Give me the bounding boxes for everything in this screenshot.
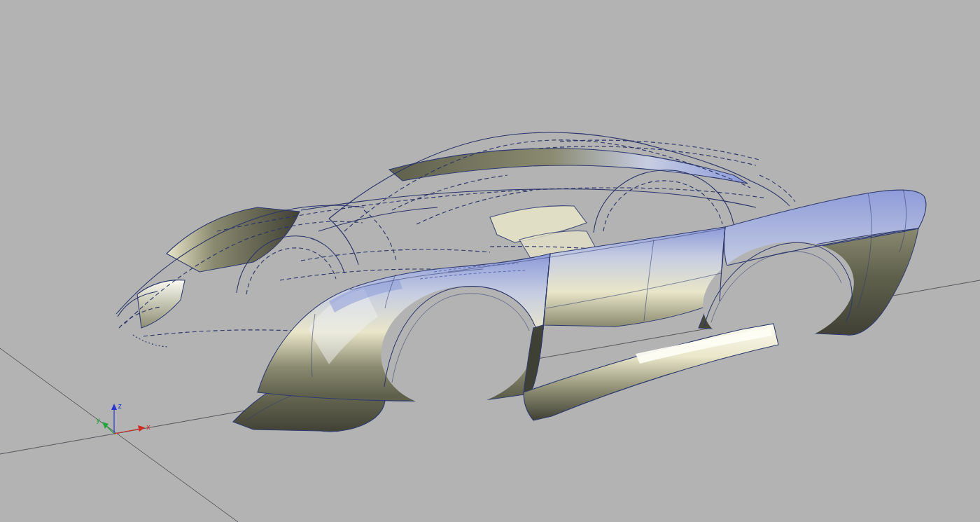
x-axis-label: x	[146, 423, 150, 431]
scene-svg: z x y	[0, 0, 980, 522]
x-axis	[114, 429, 140, 434]
front-fender-patch	[167, 207, 300, 272]
3d-perspective-viewport[interactable]: z x y	[0, 0, 980, 522]
windshield-hidden	[364, 210, 396, 261]
nose-dotted	[133, 335, 168, 347]
canopy-curve	[329, 132, 750, 219]
y-axis-arrow	[102, 422, 108, 429]
apillar-curve	[329, 219, 358, 265]
y-axis-label: y	[96, 416, 100, 424]
z-axis-label: z	[118, 402, 122, 410]
tail-curve-hidden	[760, 175, 795, 202]
rear-arch-hidden	[603, 181, 722, 231]
shoulder-curve	[301, 189, 756, 210]
tail-curve	[750, 181, 790, 206]
axis-triad: z x y	[96, 402, 150, 434]
z-axis-arrow	[111, 404, 117, 410]
rear-arch-curve	[594, 170, 734, 233]
ground-line-y	[0, 348, 238, 522]
cowl-curve	[318, 207, 438, 231]
nose-patch	[137, 280, 185, 328]
y-axis	[106, 425, 114, 434]
